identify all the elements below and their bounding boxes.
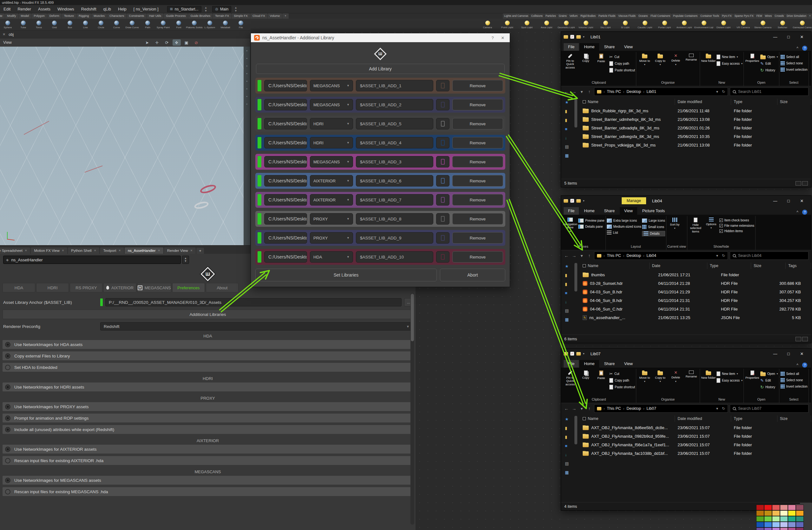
library-type-select[interactable]: PROXY▼ — [310, 232, 353, 244]
table-row[interactable]: Street_Barrier_udtvadqfa_8K_3d_ms22/06/2… — [580, 124, 811, 132]
close-tab-icon[interactable]: ✕ — [158, 249, 160, 252]
ribbon-rename[interactable]: Rename — [684, 369, 699, 378]
toggle-use-networkimages-for-proxy-assets[interactable]: Use NetworkImages for PROXY assets — [2, 402, 413, 411]
color-swatch[interactable] — [780, 516, 787, 521]
toggle-use-networkimages-for-hda-assets[interactable]: Use NetworkImages for HDA assets — [2, 340, 413, 349]
shelf-tab-simple-fx[interactable]: Simple FX — [232, 13, 250, 19]
shelf-tab-grains[interactable]: Grains — [557, 13, 568, 19]
column-header-type[interactable]: Type — [731, 99, 777, 105]
close-tab-icon[interactable]: ✕ — [25, 249, 27, 252]
toggle-rescan-input-files-for-existing-aixterior-hda[interactable]: Rescan input files for existing AIXTERIO… — [2, 456, 413, 465]
chevron-down-icon[interactable]: ▾ — [716, 253, 718, 258]
tool-metaball[interactable]: Metaball — [218, 19, 233, 30]
rotate-tool-icon[interactable]: ⟳ — [163, 39, 171, 46]
tab-aixterior[interactable]: AIXTERIOR — [103, 283, 136, 292]
menu-assets[interactable]: Assets — [34, 7, 54, 11]
ribbon-tab-view[interactable]: View — [620, 207, 637, 215]
color-swatch[interactable] — [796, 511, 803, 516]
library-path-field[interactable]: C:/Users/NS/Desktop/Lib03 — [264, 156, 307, 167]
pane-tab-textport[interactable]: Textport✕ — [100, 247, 124, 254]
refresh-icon[interactable]: ↻ — [722, 253, 725, 258]
shelf-tab-terrain-fx[interactable]: Terrain FX — [213, 13, 231, 19]
desktop-stepper[interactable]: ▲▼ — [205, 6, 207, 12]
ribbon-properties[interactable]: Properties — [745, 52, 760, 62]
ribbon-tab-picture-tools[interactable]: Picture Tools — [638, 207, 669, 215]
new-pane-tab-button[interactable]: + — [196, 248, 204, 254]
view-thumbs-icon[interactable] — [802, 337, 808, 341]
shelf-tab-model[interactable]: Model — [19, 13, 31, 19]
nav-scrollbar[interactable] — [575, 416, 577, 444]
ribbon-pin-to-quick-access[interactable]: Pin to Quick access — [563, 369, 578, 386]
ribbon-medium-sized-icons[interactable]: Medium-sized icons — [607, 224, 641, 229]
library-var-field[interactable]: $ASSET_LIB_ADD_10 — [356, 251, 433, 263]
tab-megascans[interactable]: MEGASCANS — [137, 283, 171, 292]
search-input[interactable]: Search Lib07 — [730, 404, 809, 413]
tool-grid[interactable]: Grid — [47, 19, 62, 30]
context-path[interactable]: obj — [9, 32, 14, 37]
ribbon-extra-large-icons[interactable]: Extra large icons — [607, 219, 641, 223]
collapse-ribbon-icon[interactable]: ^ — [796, 46, 798, 50]
tab-preferences[interactable]: Preferences — [172, 283, 205, 292]
shelf-tab-particles[interactable]: Particles — [544, 13, 557, 19]
tool-platonic-solids[interactable]: Platonic Solids — [187, 19, 202, 30]
library-color-button[interactable] — [436, 232, 449, 244]
library-type-select[interactable]: MEGASCANS▼ — [310, 80, 353, 91]
color-swatch[interactable] — [780, 505, 787, 510]
menu-windows[interactable]: Windows — [54, 7, 78, 11]
shelf-tab-[interactable]: + — [282, 13, 289, 19]
ribbon-open[interactable]: Open▾ — [760, 371, 778, 376]
downloads-icon[interactable]: ↓ — [565, 136, 579, 140]
ribbon-new-folder[interactable]: New folder — [701, 52, 716, 62]
library-color-button[interactable] — [436, 80, 449, 91]
remove-button[interactable]: Remove — [452, 251, 503, 263]
shelf-tab-viscous-fluids[interactable]: Viscous Fluids — [617, 13, 637, 19]
node-stepper[interactable]: ▲▼ — [182, 256, 189, 264]
color-swatch[interactable] — [765, 528, 772, 530]
library-var-field[interactable]: $ASSET_LIB_ADD_7 — [356, 194, 433, 206]
forward-icon[interactable]: → — [571, 89, 577, 94]
library-var-field[interactable]: $ASSET_LIB_ADD_4 — [356, 137, 433, 148]
menu-edit[interactable]: Edit — [0, 7, 14, 11]
library-path-field[interactable]: C:/Users/NS/Desktop/Lib02 — [264, 99, 307, 111]
tab-hda[interactable]: HDA — [2, 283, 35, 292]
color-swatch[interactable] — [796, 516, 803, 521]
table-row[interactable]: ϟns_assethandler_...21/06/2021 13:25JSON… — [580, 313, 811, 322]
anchor-path-field[interactable]: P:/__RND__/200520_ASSET_MANAGER/010_3D/_… — [105, 298, 402, 306]
checkbox-icon[interactable] — [583, 417, 586, 420]
color-swatch[interactable] — [788, 505, 796, 510]
this-pc-icon[interactable]: ■ — [565, 444, 579, 448]
help-icon[interactable]: ? — [802, 363, 807, 368]
shelf-tab-characters[interactable]: Characters — [107, 13, 126, 19]
ribbon-paste[interactable]: Paste — [594, 369, 609, 380]
breadcrumb[interactable]: ›This PC›Desktop›Lib01▾↻ — [594, 88, 728, 96]
close-button[interactable]: ✕ — [795, 350, 809, 357]
pane-tab-render-view[interactable]: Render View✕ — [164, 247, 196, 254]
color-swatch[interactable] — [796, 505, 803, 510]
library-path-field[interactable]: C:/Users/NS/Desktop/Lib07 — [264, 194, 307, 206]
column-header-tags[interactable]: Tags — [786, 263, 811, 269]
checkbox-icon[interactable] — [583, 264, 586, 267]
color-swatch[interactable] — [788, 522, 796, 527]
ribbon-delete[interactable]: ✕Delete▾ — [668, 52, 683, 66]
back-icon[interactable]: ← — [564, 89, 569, 94]
breadcrumb-desktop[interactable]: Desktop — [626, 89, 641, 94]
ribbon-tab-home[interactable]: Home — [580, 360, 599, 368]
table-row[interactable]: 04-06_Sun_C.hdr04/11/2014 21:31HDR File2… — [580, 305, 811, 313]
ribbon-select-all[interactable]: Select all — [780, 55, 808, 59]
library-color-button[interactable] — [436, 99, 449, 111]
history-dropdown-icon[interactable]: ▾ — [579, 406, 584, 411]
color-swatch[interactable] — [765, 505, 772, 510]
ribbon-new-item[interactable]: New item▾ — [716, 371, 742, 376]
ribbon-easy-access[interactable]: Easy access▾ — [716, 378, 742, 383]
color-swatch[interactable] — [788, 516, 796, 521]
ribbon-copy[interactable]: Copy — [578, 369, 593, 379]
remove-button[interactable]: Remove — [452, 175, 503, 187]
shelf-tab-texture[interactable]: Texture — [62, 13, 76, 19]
toggle-include-all-unused-attributes-while-export-redshift[interactable]: Include all (unused) attributes while ex… — [2, 425, 413, 434]
shelf-tab-hair-utils[interactable]: Hair Utils — [147, 13, 164, 19]
library-path-field[interactable]: C:/Users/NS/Desktop/Lib05 — [264, 118, 307, 129]
ribbon-copy-path[interactable]: Copy path — [609, 61, 635, 66]
history-dropdown-icon[interactable]: ▾ — [579, 89, 584, 94]
maximize-button[interactable]: □ — [782, 197, 795, 205]
tool-tube[interactable]: Tube — [16, 19, 31, 30]
